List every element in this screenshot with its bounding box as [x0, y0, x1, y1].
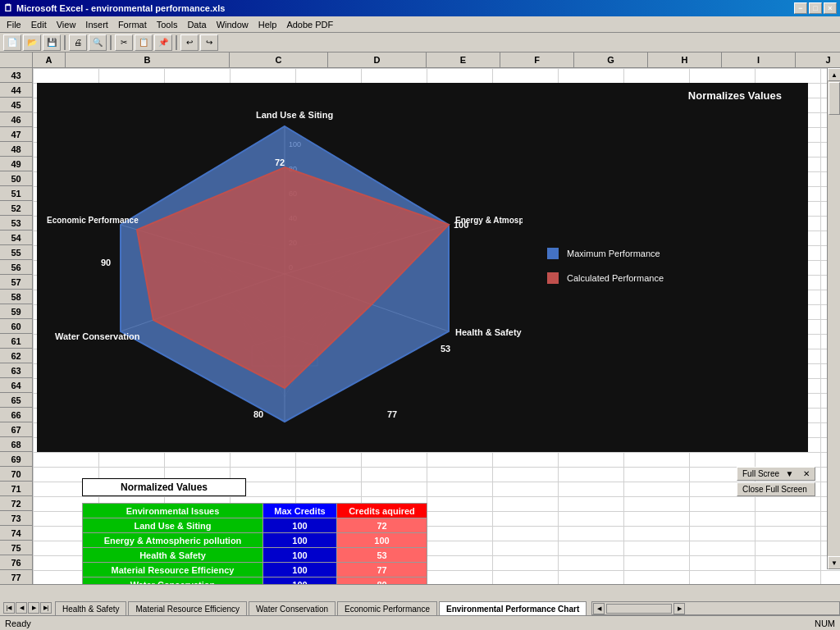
tab-health-safety[interactable]: Health & Safety	[55, 601, 126, 615]
fullscreen-close-icon[interactable]: ✕	[803, 469, 810, 478]
credit-3: 77	[337, 563, 427, 578]
menu-adobe[interactable]: Adobe PDF	[281, 18, 338, 31]
close-btn[interactable]: ×	[824, 2, 837, 14]
tab-material-resource[interactable]: Material Resource Efficiency	[128, 601, 247, 615]
menu-format[interactable]: Format	[113, 18, 152, 31]
row-59[interactable]: 59	[0, 304, 32, 319]
paste-btn[interactable]: 📌	[154, 34, 172, 51]
col-header-j[interactable]: J	[796, 52, 840, 67]
row-77[interactable]: 77	[0, 570, 32, 584]
col-header-e[interactable]: E	[427, 52, 500, 67]
menu-edit[interactable]: Edit	[26, 18, 52, 31]
credit-0: 72	[337, 518, 427, 533]
col-header-a[interactable]: A	[33, 52, 66, 67]
scrollbar-horizontal[interactable]: ◀ ▶	[591, 601, 840, 615]
svg-text:Economic Performance: Economic Performance	[47, 216, 139, 225]
header-issues: Environmental Issues	[83, 504, 263, 518]
tab-next-btn[interactable]: ▶	[28, 602, 39, 614]
scroll-left-btn[interactable]: ◀	[593, 603, 605, 614]
close-fullscreen-btn[interactable]: Close Full Screen	[737, 482, 815, 496]
menu-insert[interactable]: Insert	[80, 18, 113, 31]
menu-data[interactable]: Data	[182, 18, 211, 31]
row-55[interactable]: 55	[0, 245, 32, 260]
tab-water-conservation[interactable]: Water Conservation	[249, 601, 336, 615]
scroll-down-btn[interactable]: ▼	[828, 556, 840, 569]
row-71[interactable]: 71	[0, 482, 32, 496]
tab-first-btn[interactable]: |◀	[3, 602, 15, 614]
row-56[interactable]: 56	[0, 260, 32, 275]
row-62[interactable]: 62	[0, 349, 32, 363]
row-75[interactable]: 75	[0, 541, 32, 555]
menu-file[interactable]: File	[2, 18, 26, 31]
tab-last-btn[interactable]: ▶|	[40, 602, 52, 614]
row-72[interactable]: 72	[0, 496, 32, 511]
tab-economic-performance[interactable]: Economic Performance	[337, 601, 437, 615]
menu-window[interactable]: Window	[212, 18, 253, 31]
col-header-g[interactable]: G	[574, 52, 648, 67]
tab-environmental-performance[interactable]: Environmental Performance Chart	[439, 601, 587, 615]
row-61[interactable]: 61	[0, 334, 32, 349]
menu-help[interactable]: Help	[253, 18, 282, 31]
row-54[interactable]: 54	[0, 231, 32, 245]
row-69[interactable]: 69	[0, 452, 32, 467]
cut-btn[interactable]: ✂	[115, 34, 133, 51]
row-64[interactable]: 64	[0, 378, 32, 393]
fullscreen-panel: Full Scree ▼ ✕ Close Full Screen	[737, 467, 815, 496]
col-header-c[interactable]: C	[230, 52, 328, 67]
fullscreen-btn[interactable]: Full Scree ▼ ✕	[737, 467, 815, 481]
col-header-b[interactable]: B	[66, 52, 230, 67]
row-44[interactable]: 44	[0, 83, 32, 98]
normalized-values-title: Normalized Values	[82, 478, 246, 496]
row-67[interactable]: 67	[0, 422, 32, 437]
scrollbar-vertical[interactable]: ▲ ▼	[827, 68, 840, 569]
preview-btn[interactable]: 🔍	[89, 34, 107, 51]
undo-btn[interactable]: ↩	[180, 34, 199, 51]
open-btn[interactable]: 📂	[23, 34, 41, 51]
row-65[interactable]: 65	[0, 393, 32, 408]
scroll-up-btn[interactable]: ▲	[828, 68, 840, 81]
scroll-right-btn[interactable]: ▶	[673, 603, 685, 614]
row-45[interactable]: 45	[0, 98, 32, 112]
row-58[interactable]: 58	[0, 290, 32, 304]
normalized-values-section: Normalized Values Environmental Issues M…	[82, 478, 427, 584]
credit-1: 100	[337, 533, 427, 548]
svg-text:Energy & Atmospheric pollution: Energy & Atmospheric pollution	[455, 216, 523, 225]
row-68[interactable]: 68	[0, 437, 32, 452]
menu-view[interactable]: View	[52, 18, 81, 31]
redo-btn[interactable]: ↪	[200, 34, 218, 51]
save-btn[interactable]: 💾	[43, 34, 61, 51]
minimize-btn[interactable]: −	[794, 2, 807, 14]
tab-prev-btn[interactable]: ◀	[16, 602, 27, 614]
row-74[interactable]: 74	[0, 526, 32, 541]
menu-tools[interactable]: Tools	[152, 18, 183, 31]
print-btn[interactable]: 🖨	[69, 34, 87, 51]
maximize-btn[interactable]: □	[809, 2, 822, 14]
col-header-f[interactable]: F	[500, 52, 574, 67]
col-header-d[interactable]: D	[328, 52, 427, 67]
row-48[interactable]: 48	[0, 142, 32, 157]
legend-max: Maximum Performance	[547, 248, 798, 259]
row-60[interactable]: 60	[0, 319, 32, 334]
row-50[interactable]: 50	[0, 171, 32, 186]
row-57[interactable]: 57	[0, 275, 32, 290]
row-53[interactable]: 53	[0, 216, 32, 231]
row-47[interactable]: 47	[0, 127, 32, 142]
row-76[interactable]: 76	[0, 555, 32, 570]
svg-text:77: 77	[387, 409, 397, 419]
row-51[interactable]: 51	[0, 186, 32, 201]
row-46[interactable]: 46	[0, 112, 32, 127]
row-63[interactable]: 63	[0, 363, 32, 378]
row-43[interactable]: 43	[0, 68, 32, 83]
new-btn[interactable]: 📄	[3, 34, 21, 51]
chart-legend: Maximum Performance Calculated Performan…	[523, 248, 798, 284]
row-66[interactable]: 66	[0, 408, 32, 422]
scroll-h-thumb[interactable]	[606, 604, 672, 614]
copy-btn[interactable]: 📋	[135, 34, 153, 51]
row-52[interactable]: 52	[0, 201, 32, 216]
row-70[interactable]: 70	[0, 467, 32, 482]
scroll-thumb-v[interactable]	[829, 82, 840, 115]
row-73[interactable]: 73	[0, 511, 32, 526]
col-header-i[interactable]: I	[722, 52, 796, 67]
col-header-h[interactable]: H	[648, 52, 722, 67]
row-49[interactable]: 49	[0, 157, 32, 171]
